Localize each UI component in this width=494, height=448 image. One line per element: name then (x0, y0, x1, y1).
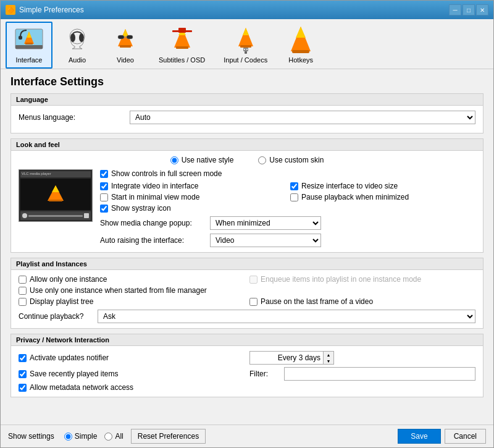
toolbar-input-label: Input / Codecs (224, 56, 267, 64)
toolbar-item-video[interactable]: Video (102, 22, 149, 69)
save-button[interactable]: Save (398, 429, 440, 444)
media-popup-select[interactable]: When minimized Always Never (210, 216, 321, 230)
show-systray-item: Show systray icon (100, 204, 285, 213)
enqueue-checkbox[interactable] (249, 276, 257, 284)
checkbox-two-col: Integrate video in interface Resize inte… (100, 182, 475, 213)
toolbar-item-subtitles[interactable]: Subtitles / OSD (150, 22, 214, 69)
allow-metadata-item: Allow metadata network access (19, 383, 245, 392)
activate-updates-item: Activate updates notifier (19, 353, 245, 362)
file-manager-checkbox[interactable] (19, 287, 27, 295)
playlist-section: Playlist and Instances Allow only one in… (10, 258, 484, 329)
interface-icon (14, 25, 44, 55)
integrate-video-checkbox[interactable] (100, 182, 108, 190)
show-controls-label[interactable]: Show controls in full screen mode (111, 169, 222, 178)
menus-language-label: Menus language: (19, 113, 130, 122)
toolbar-item-audio[interactable]: Audio (54, 22, 101, 69)
allow-one-item: Allow only one instance (19, 275, 245, 284)
filter-row: Filter: (249, 367, 475, 381)
svg-rect-12 (118, 35, 124, 39)
filter-input[interactable] (284, 367, 475, 381)
updates-frequency-input[interactable] (249, 351, 324, 365)
minimal-view-label[interactable]: Start in minimal view mode (111, 193, 199, 201)
simple-radio-label[interactable]: Simple (64, 432, 98, 441)
svg-rect-4 (25, 43, 33, 44)
show-systray-checkbox[interactable] (100, 205, 108, 213)
scroll-container[interactable]: Language Menus language: Auto English Fr… (1, 93, 493, 425)
save-recently-item: Save recently played items (19, 370, 245, 378)
native-style-option: Use native style (170, 156, 234, 164)
preview-controls-bar (20, 211, 91, 220)
page-title: Interface Settings (1, 69, 493, 93)
bottom-bar: Show settings Simple All Reset Preferenc… (1, 425, 493, 447)
svg-rect-1 (15, 45, 43, 49)
app-icon: 🔶 (6, 5, 15, 15)
toolbar-audio-label: Audio (69, 56, 86, 64)
allow-one-checkbox[interactable] (19, 276, 27, 284)
toolbar-item-input[interactable]: Input / Codecs (215, 22, 276, 69)
toolbar-subtitles-label: Subtitles / OSD (159, 56, 205, 64)
svg-marker-21 (243, 28, 249, 35)
spinbox-down-button[interactable]: ▼ (324, 358, 333, 364)
subtitles-icon (167, 25, 197, 55)
resize-interface-checkbox[interactable] (290, 182, 298, 190)
pause-minimized-checkbox[interactable] (290, 193, 298, 201)
spinbox-up-button[interactable]: ▲ (324, 352, 333, 358)
display-tree-label[interactable]: Display playlist tree (30, 297, 93, 306)
activate-updates-checkbox[interactable] (19, 354, 27, 362)
updates-frequency-spinbox: ▲ ▼ (249, 351, 475, 365)
save-recently-label[interactable]: Save recently played items (30, 370, 118, 378)
pause-minimized-label[interactable]: Pause playback when minimized (301, 193, 409, 201)
minimal-view-checkbox[interactable] (100, 193, 108, 201)
all-radio[interactable] (104, 433, 112, 441)
menus-language-select[interactable]: Auto English French German (130, 111, 475, 124)
preview-video-area (20, 179, 91, 210)
display-tree-checkbox[interactable] (19, 298, 27, 306)
look-feel-inner: VLC media player (19, 169, 475, 247)
toolbar-hotkeys-label: Hotkeys (288, 56, 313, 64)
all-radio-label[interactable]: All (104, 432, 123, 441)
file-manager-label[interactable]: Use only one instance when started from … (30, 286, 207, 295)
privacy-section-content: Activate updates notifier ▲ ▼ (11, 346, 483, 397)
show-systray-label[interactable]: Show systray icon (111, 204, 171, 213)
cancel-button[interactable]: Cancel (445, 429, 486, 444)
allow-metadata-checkbox[interactable] (19, 384, 27, 392)
maximize-button[interactable]: □ (463, 4, 475, 15)
allow-metadata-label[interactable]: Allow metadata network access (30, 383, 133, 392)
auto-raising-select[interactable]: Video Audio Never Always (210, 234, 321, 247)
title-bar: 🔶 Simple Preferences ─ □ ✕ (1, 1, 493, 19)
resize-interface-label[interactable]: Resize interface to video size (301, 182, 398, 190)
media-popup-label: Show media change popup: (100, 219, 205, 227)
media-popup-row: Show media change popup: When minimized … (100, 216, 475, 230)
look-feel-section: Look and feel Use native style Use custo… (10, 138, 484, 253)
pause-last-checkbox[interactable] (249, 298, 257, 306)
native-style-radio[interactable] (170, 156, 178, 164)
language-section: Language Menus language: Auto English Fr… (10, 93, 484, 133)
all-label: All (115, 432, 123, 441)
display-tree-item: Display playlist tree (19, 297, 245, 306)
toolbar-item-hotkeys[interactable]: Hotkeys (277, 22, 324, 69)
toolbar-item-interface[interactable]: Interface (6, 22, 52, 69)
native-style-label[interactable]: Use native style (182, 156, 234, 164)
integrate-video-label[interactable]: Integrate video in interface (111, 182, 198, 190)
show-controls-row: Show controls in full screen mode (100, 169, 475, 178)
enqueue-item: Enqueue items into playlist in one insta… (249, 275, 475, 284)
reset-preferences-button[interactable]: Reset Preferences (131, 429, 206, 444)
show-controls-checkbox[interactable] (100, 170, 108, 178)
close-button[interactable]: ✕ (476, 4, 488, 15)
pause-last-label[interactable]: Pause on the last frame of a video (261, 297, 373, 306)
toolbar-interface-label: Interface (16, 56, 43, 64)
style-radio-row: Use native style Use custom skin (19, 156, 475, 164)
custom-skin-radio[interactable] (258, 156, 266, 164)
save-recently-checkbox[interactable] (19, 370, 27, 378)
custom-skin-label[interactable]: Use custom skin (269, 156, 324, 164)
allow-one-label[interactable]: Allow only one instance (30, 275, 107, 284)
svg-point-25 (244, 49, 245, 50)
simple-radio[interactable] (64, 433, 72, 441)
auto-raising-label: Auto raising the interface: (100, 236, 205, 245)
continue-select[interactable]: Ask Always Never (98, 310, 475, 323)
toolbar-video-label: Video (117, 56, 134, 64)
look-feel-header: Look and feel (11, 139, 483, 151)
svg-rect-17 (176, 46, 188, 49)
activate-updates-label[interactable]: Activate updates notifier (30, 353, 109, 362)
minimize-button[interactable]: ─ (449, 4, 461, 15)
